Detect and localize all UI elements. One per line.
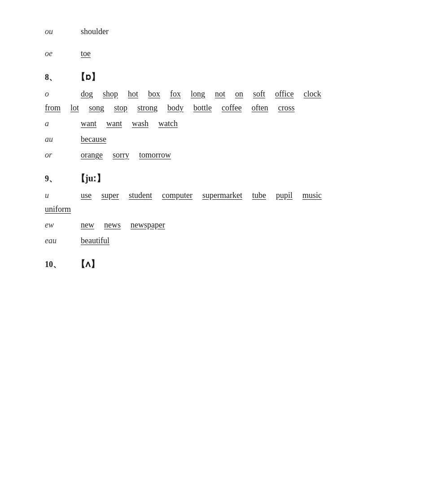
- word-student: student: [129, 191, 152, 200]
- word-want2: want: [106, 119, 122, 128]
- section-10-number: 10、: [45, 259, 72, 270]
- word-computer: computer: [162, 191, 192, 200]
- word-soft: soft: [253, 89, 265, 99]
- word-use: use: [81, 191, 92, 200]
- word-often: often: [252, 103, 268, 113]
- ou-section: ou shoulder: [45, 27, 379, 36]
- word-newspaper: newspaper: [131, 220, 165, 230]
- section-8: 8、 【ɒ】 o dog shop hot box fox long not o…: [45, 71, 379, 160]
- word-box: box: [148, 89, 160, 99]
- word-news: news: [104, 220, 121, 230]
- word-sorry: sorry: [113, 150, 129, 160]
- oe-section: oe toe: [45, 49, 379, 58]
- label-eau: eau: [45, 236, 72, 245]
- word-strong: strong: [137, 103, 157, 113]
- word-new: new: [81, 220, 94, 230]
- section-9-number: 9、: [45, 173, 72, 184]
- word-from: from: [45, 103, 61, 113]
- section-9-heading: 9、 【juː】: [45, 172, 379, 184]
- word-fox: fox: [170, 89, 181, 99]
- word-song: song: [89, 103, 104, 113]
- section-9-phoneme: 【juː】: [76, 172, 105, 184]
- section-9-ew-row: ew new news newspaper: [45, 220, 379, 230]
- label-o: o: [45, 89, 72, 99]
- word-music: music: [302, 191, 322, 200]
- ou-row: ou shoulder: [45, 27, 379, 36]
- word-because: because: [81, 135, 106, 144]
- section-8-phoneme: 【ɒ】: [76, 71, 100, 83]
- section-9-u-row2: uniform: [45, 205, 379, 214]
- word-watch: watch: [158, 119, 178, 128]
- word-cross: cross: [278, 103, 295, 113]
- word-orange: orange: [81, 150, 103, 160]
- section-9-u-row1: u use super student computer supermarket…: [45, 191, 379, 200]
- word-long: long: [191, 89, 205, 99]
- section-9: 9、 【juː】 u use super student computer su…: [45, 172, 379, 245]
- word-uniform: uniform: [45, 205, 71, 214]
- oe-label: oe: [45, 49, 72, 58]
- word-bottle: bottle: [193, 103, 212, 113]
- ou-label: ou: [45, 27, 72, 36]
- word-supermarket: supermarket: [202, 191, 242, 200]
- word-not: not: [215, 89, 225, 99]
- section-10-heading: 10、 【ʌ】: [45, 258, 379, 270]
- word-body: body: [167, 103, 184, 113]
- word-dog: dog: [81, 89, 93, 99]
- label-u: u: [45, 191, 72, 200]
- word-office: office: [275, 89, 294, 99]
- label-a: a: [45, 119, 72, 128]
- word-beautiful: beautiful: [81, 236, 109, 245]
- word-want1: want: [81, 119, 96, 128]
- label-au: au: [45, 135, 72, 144]
- label-ew: ew: [45, 220, 72, 230]
- section-8-a-row: a want want wash watch: [45, 119, 379, 128]
- word-pupil: pupil: [276, 191, 293, 200]
- word-hot: hot: [128, 89, 138, 99]
- word-shoulder: shoulder: [81, 27, 109, 36]
- section-8-o-row2: from lot song stop strong body bottle co…: [45, 103, 379, 113]
- word-on: on: [235, 89, 243, 99]
- word-super: super: [101, 191, 119, 200]
- section-10: 10、 【ʌ】: [45, 258, 379, 270]
- section-9-eau-row: eau beautiful: [45, 236, 379, 245]
- word-coffee: coffee: [222, 103, 242, 113]
- oe-row: oe toe: [45, 49, 379, 58]
- label-or: or: [45, 150, 72, 160]
- word-wash: wash: [132, 119, 149, 128]
- word-tomorrow: tomorrow: [139, 150, 171, 160]
- section-10-phoneme: 【ʌ】: [76, 258, 100, 270]
- section-8-heading: 8、 【ɒ】: [45, 71, 379, 83]
- section-8-or-row: or orange sorry tomorrow: [45, 150, 379, 160]
- word-stop: stop: [114, 103, 127, 113]
- word-clock: clock: [304, 89, 321, 99]
- word-tube: tube: [252, 191, 266, 200]
- word-shop: shop: [103, 89, 118, 99]
- word-toe: toe: [81, 49, 91, 58]
- section-8-o-row1: o dog shop hot box fox long not on soft …: [45, 89, 379, 99]
- word-lot: lot: [70, 103, 79, 113]
- section-8-au-row: au because: [45, 135, 379, 144]
- section-8-number: 8、: [45, 72, 72, 83]
